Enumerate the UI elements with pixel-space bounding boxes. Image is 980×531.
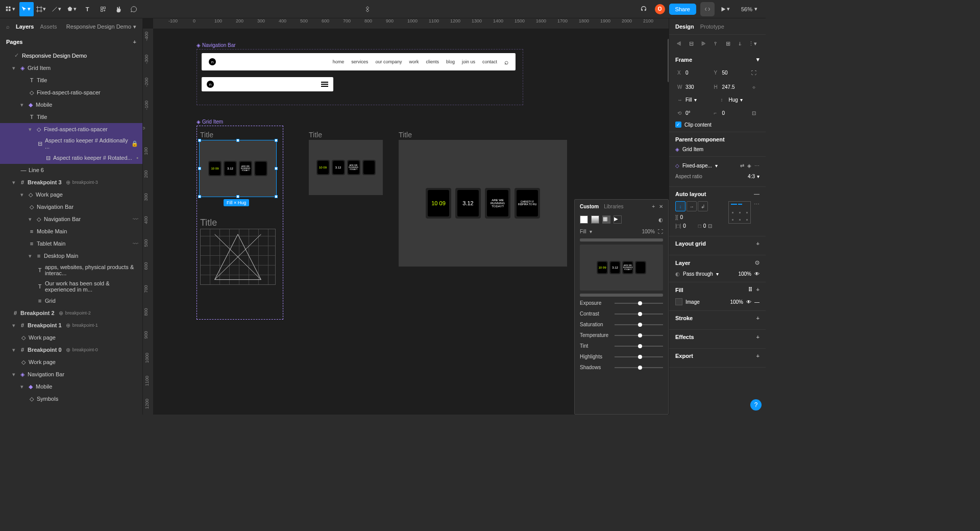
video-swatch[interactable]: ▶ xyxy=(614,215,622,224)
h-field[interactable]: H247.5 xyxy=(712,83,747,91)
file-name[interactable]: Responsive Design Demo▾ xyxy=(66,23,136,30)
detach-icon[interactable]: ◈ xyxy=(747,163,751,168)
y-field[interactable]: Y50 xyxy=(712,68,747,77)
slider-contrast[interactable]: Contrast xyxy=(575,308,668,319)
distribute-icon[interactable]: ⋮▾ xyxy=(747,38,758,49)
layer-bp1[interactable]: ▾#Breakpoint 1⊕breakpoint-1 xyxy=(0,319,142,331)
x-field[interactable]: X0 xyxy=(675,68,710,77)
pen-tool[interactable]: ▾ xyxy=(50,2,64,16)
zoom-level[interactable]: 56%▾ xyxy=(737,6,762,12)
slider-exposure[interactable]: Exposure xyxy=(575,298,668,308)
alignment-grid[interactable] xyxy=(728,201,751,224)
padh-field[interactable]: 0 xyxy=(683,223,686,229)
fill-swatch[interactable] xyxy=(675,298,682,305)
w-field[interactable]: W330 xyxy=(675,83,710,91)
layer-mobile2[interactable]: ▾◆Mobile xyxy=(0,380,142,393)
close-icon[interactable]: ✕ xyxy=(659,204,663,209)
placeholder-image[interactable] xyxy=(200,229,276,285)
fill-image-label[interactable]: Image xyxy=(685,299,700,305)
layer-bp2[interactable]: #Breakpoint 2⊕breakpoint-2 xyxy=(0,307,142,319)
layer-line6[interactable]: —Line 6 xyxy=(0,164,142,176)
more-icon[interactable]: ⋯ xyxy=(754,163,760,168)
prototype-tab[interactable]: Prototype xyxy=(700,23,724,30)
w-mode[interactable]: ↔Fill▾ xyxy=(675,95,717,104)
aspect-value[interactable]: 4:3 xyxy=(748,174,755,179)
align-hcenter-icon[interactable]: ⊟ xyxy=(685,38,697,49)
al-vertical-icon[interactable]: ↓ xyxy=(675,201,685,211)
layer-workpage[interactable]: ▾◇Work page xyxy=(0,188,142,201)
rotation-field[interactable]: ⟲0° xyxy=(675,109,710,117)
effects-add-icon[interactable]: + xyxy=(756,334,760,340)
al-wrap-icon[interactable]: ↲ xyxy=(698,201,708,211)
resources-tool[interactable] xyxy=(96,2,110,16)
layer-navbar[interactable]: ◇Navigation Bar xyxy=(0,201,142,213)
burger-icon[interactable] xyxy=(321,82,328,87)
fill-opacity[interactable]: 100% xyxy=(642,229,655,234)
custom-tab[interactable]: Custom xyxy=(580,204,599,209)
blend-mode[interactable]: Pass through xyxy=(683,271,713,277)
layer-tabletmain[interactable]: ≡Tablet Main〰 xyxy=(0,237,142,250)
search-icon[interactable]: ⌕ xyxy=(6,23,10,30)
navbar-frame-label[interactable]: ◈Navigation Bar xyxy=(197,42,236,48)
fill-opacity[interactable]: 100% xyxy=(730,299,743,305)
layer-desktopmain[interactable]: ▾≡Desktop Main xyxy=(0,250,142,262)
slider-temperature[interactable]: Temperature xyxy=(575,330,668,341)
lock-aspect-icon[interactable]: ⟐ xyxy=(748,81,760,92)
layer-workpage2[interactable]: ◇Work page xyxy=(0,331,142,344)
shape-tool[interactable]: ▾ xyxy=(65,2,80,16)
align-top-icon[interactable]: ⫯ xyxy=(710,38,721,49)
indiv-pad-icon[interactable]: ⊡ xyxy=(708,223,712,229)
parent-comp-badge[interactable]: ◈Grid Item xyxy=(675,147,760,152)
stroke-add-icon[interactable]: + xyxy=(756,315,760,321)
libraries-tab[interactable]: Libraries xyxy=(604,204,623,209)
radius-field[interactable]: ⌐0 xyxy=(712,109,747,117)
watch-image-3[interactable]: 10 09 3.12 ARE WE RUNNING TODAY? CHRISTY… xyxy=(399,140,567,267)
slider-saturation[interactable]: Saturation xyxy=(575,319,668,330)
layer-bp3[interactable]: ▾#Breakpoint 3⊕breakpoint-3 xyxy=(0,176,142,188)
layer-aspect-add[interactable]: ⊟Aspect ratio keeper # Additionally ...🔒 xyxy=(0,135,142,152)
comment-tool[interactable] xyxy=(127,2,141,16)
align-vcenter-icon[interactable]: ⊞ xyxy=(722,38,733,49)
layer-symbols[interactable]: ◇Symbols xyxy=(0,393,142,405)
layer-navbar-comp[interactable]: ▾◈Navigation Bar xyxy=(0,368,142,380)
share-button[interactable]: Share xyxy=(669,4,696,15)
layer-fixed-spacer[interactable]: ◇Fixed-aspect-ratio-spacer xyxy=(0,86,142,99)
lg-add-icon[interactable]: + xyxy=(756,240,760,247)
layer-fixed-spacer-sel[interactable]: ▾◇Fixed-aspect-ratio-spacer xyxy=(0,123,142,135)
clip-content-check[interactable]: ✓Clip content xyxy=(675,122,760,128)
al-add-icon[interactable]: — xyxy=(754,191,760,197)
align-left-icon[interactable]: ⫷ xyxy=(673,38,684,49)
layer-bp0[interactable]: ▾#Breakpoint 0⊕breakpoint-0 xyxy=(0,344,142,356)
abs-position-icon[interactable]: ⛶ xyxy=(748,67,760,78)
layer-navbar2[interactable]: ▾◇Navigation Bar〰 xyxy=(0,213,142,225)
audio-icon[interactable] xyxy=(636,2,651,16)
image-preview[interactable]: 10 09 3.12 ARE WE RUNNING TODAY? xyxy=(580,245,663,291)
layer-workpage3[interactable]: ◇Work page xyxy=(0,356,142,368)
layer-style-icon[interactable]: ⊙ xyxy=(755,259,760,266)
text-tool[interactable]: T xyxy=(81,2,95,16)
crop-icon[interactable]: ⛶ xyxy=(658,229,663,234)
image-swatch[interactable]: ▦ xyxy=(602,215,610,224)
hand-tool[interactable] xyxy=(111,2,126,16)
layer-title[interactable]: TTitle xyxy=(0,74,142,86)
solid-swatch[interactable] xyxy=(580,215,588,224)
export-add-icon[interactable]: + xyxy=(756,353,760,359)
design-tab[interactable]: Design xyxy=(675,23,694,30)
fill-visible-icon[interactable]: 👁 xyxy=(746,299,751,305)
search-icon[interactable]: ⌕ xyxy=(504,58,508,66)
layer-aspect-rot[interactable]: ⊟Aspect ratio keeper # Rotated...• xyxy=(0,152,142,164)
nav-mobile[interactable]: n xyxy=(202,77,333,91)
layer-mobile[interactable]: ▾◆Mobile xyxy=(0,99,142,111)
layer-title2[interactable]: TTitle xyxy=(0,111,142,123)
layer-grid[interactable]: ≡Grid xyxy=(0,295,142,307)
add-icon[interactable]: + xyxy=(652,204,655,209)
frame-tool[interactable]: ▾ xyxy=(35,2,49,16)
blend-icon[interactable]: ◐ xyxy=(658,217,663,223)
main-menu[interactable]: ▾ xyxy=(4,2,18,16)
layer-opacity[interactable]: 100% xyxy=(738,271,751,277)
slider-highlights[interactable]: Highlights xyxy=(575,351,668,362)
swap-icon[interactable]: ⇄ xyxy=(740,163,744,168)
fill-mode[interactable]: Fill xyxy=(580,229,586,234)
gap-field[interactable]: 0 xyxy=(680,214,683,220)
variant-name[interactable]: Fixed-aspe... xyxy=(682,163,712,168)
